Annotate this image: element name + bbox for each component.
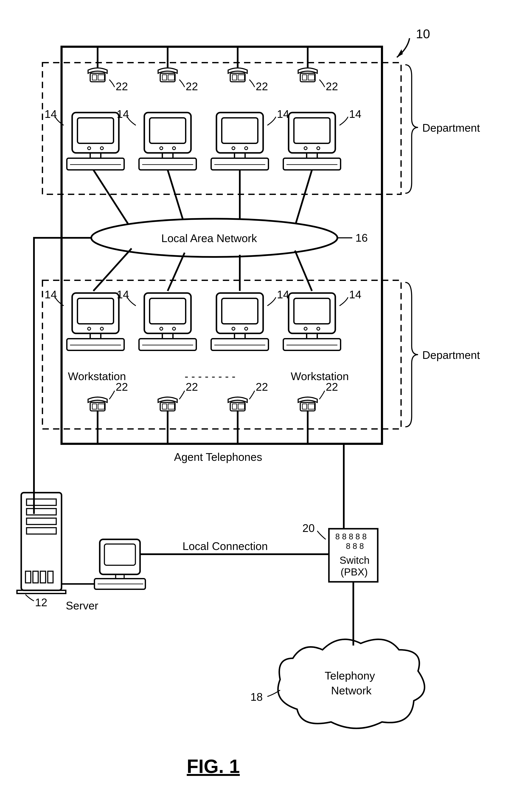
diagram-canvas: 10 Department 22 22: [0, 0, 532, 812]
ref-arrow-10: 10: [397, 27, 430, 57]
phone-label: 22: [256, 80, 268, 92]
svg-rect-92: [27, 518, 56, 524]
svg-point-40: [304, 147, 307, 150]
ws-label: 14: [349, 108, 361, 120]
svg-point-19: [88, 147, 91, 150]
svg-point-27: [173, 147, 176, 150]
svg-rect-45: [72, 293, 119, 333]
svg-rect-91: [27, 509, 56, 515]
server-num: 12: [35, 596, 47, 609]
agent-phones-label: Agent Telephones: [174, 451, 262, 463]
lan-link: [295, 170, 312, 226]
svg-rect-90: [27, 499, 56, 505]
svg-point-62: [245, 327, 248, 330]
switch-dots2: 8 8 8: [346, 542, 364, 551]
local-conn-label: Local Connection: [182, 540, 268, 552]
server-label: Server: [66, 599, 98, 612]
svg-rect-96: [40, 571, 46, 583]
svg-rect-39: [294, 118, 330, 143]
svg-rect-78: [162, 404, 166, 409]
svg-point-55: [173, 327, 176, 330]
dept-top-label: Department: [422, 122, 480, 134]
svg-rect-28: [162, 153, 173, 158]
telephony-cloud: Telephony Network 18: [250, 639, 425, 728]
svg-rect-97: [48, 571, 53, 583]
dept-brace-bottom: Department: [405, 282, 480, 427]
switch-pbx: 8 8 8 8 8 8 8 8 Switch (PBX) 20: [302, 522, 378, 582]
ws-label: 14: [277, 108, 289, 120]
lan-link: [93, 248, 132, 291]
svg-rect-16: [308, 75, 314, 80]
svg-rect-95: [33, 571, 38, 583]
lan-link: [295, 250, 312, 291]
svg-point-33: [232, 147, 235, 150]
svg-rect-8: [168, 75, 174, 80]
svg-rect-75: [98, 404, 104, 409]
svg-rect-83: [238, 404, 245, 409]
svg-rect-56: [162, 333, 173, 339]
switch-label-2: (PBX): [341, 566, 368, 578]
lan-link: [168, 253, 184, 291]
svg-rect-35: [235, 153, 245, 158]
svg-rect-4: [98, 75, 104, 80]
svg-rect-46: [77, 298, 114, 324]
svg-rect-25: [150, 118, 186, 143]
svg-point-47: [88, 327, 91, 330]
svg-rect-63: [235, 333, 245, 339]
cloud-label-2: Network: [331, 684, 372, 697]
svg-point-34: [245, 147, 248, 150]
svg-rect-93: [27, 528, 56, 534]
workstations-bottom-row: 14 14 14: [45, 288, 361, 350]
phones-bottom-row: 22 22 22 22: [88, 381, 338, 444]
ws-label: 14: [45, 108, 57, 120]
svg-point-69: [317, 327, 320, 330]
svg-rect-18: [77, 118, 114, 143]
svg-rect-3: [92, 75, 97, 80]
ws-label: 14: [349, 288, 361, 301]
lan-label: Local Area Network: [161, 232, 257, 244]
svg-marker-0: [397, 49, 403, 57]
ws-label: 14: [45, 288, 57, 301]
phone-label: 22: [116, 381, 128, 393]
svg-rect-64: [211, 339, 268, 350]
svg-rect-21: [90, 153, 101, 158]
dept-brace-top: Department: [405, 65, 480, 193]
phone-label: 22: [116, 80, 128, 92]
svg-rect-43: [283, 158, 341, 170]
svg-rect-86: [302, 404, 307, 409]
phone-label: 22: [256, 381, 268, 393]
svg-point-41: [317, 147, 320, 150]
lan-link: [93, 170, 132, 229]
svg-rect-31: [217, 113, 263, 153]
svg-rect-22: [67, 158, 124, 170]
svg-point-20: [100, 147, 103, 150]
ref-10-label: 10: [416, 27, 430, 41]
svg-rect-24: [144, 113, 191, 153]
workstations-top-row: 14 14 14: [45, 108, 361, 170]
svg-rect-98: [17, 590, 66, 594]
workstation-text-r: Workstation: [291, 370, 349, 382]
svg-rect-15: [302, 75, 307, 80]
ws-label: 14: [277, 288, 289, 301]
cloud-label-1: Telephony: [325, 669, 375, 682]
svg-rect-67: [294, 298, 330, 324]
svg-rect-32: [222, 118, 258, 143]
phone-label: 22: [186, 381, 198, 393]
svg-rect-57: [139, 339, 196, 350]
svg-rect-7: [162, 75, 166, 80]
svg-point-61: [232, 327, 235, 330]
svg-rect-79: [168, 404, 174, 409]
ws-label: 14: [117, 288, 129, 301]
svg-rect-42: [307, 153, 317, 158]
svg-rect-52: [144, 293, 191, 333]
lan-num: 16: [355, 232, 368, 244]
svg-rect-38: [289, 113, 335, 153]
svg-rect-36: [211, 158, 268, 170]
server-icon: 12: [17, 493, 66, 609]
svg-rect-49: [90, 333, 101, 339]
svg-rect-94: [26, 571, 31, 583]
svg-rect-66: [289, 293, 335, 333]
svg-rect-74: [92, 404, 97, 409]
svg-rect-100: [104, 544, 135, 565]
phones-top-row: 22 22 22 22: [88, 47, 338, 92]
